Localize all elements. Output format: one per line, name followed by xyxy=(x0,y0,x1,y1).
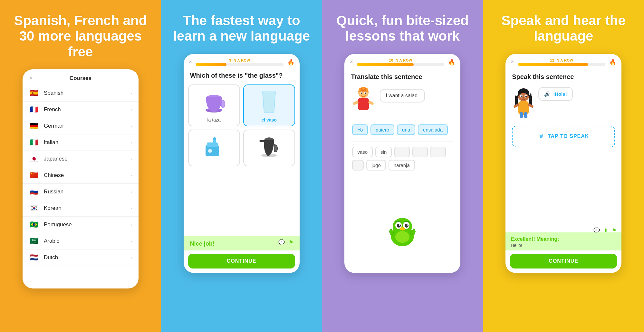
chevron-icon: › xyxy=(130,173,132,178)
course-flag: 🇸🇦 xyxy=(29,238,39,245)
feedback-icons: 💬 ⚑ xyxy=(278,239,293,245)
course-item[interactable]: 🇪🇸 Spanish › xyxy=(23,85,139,102)
chip-quiero[interactable]: quiero xyxy=(370,124,394,135)
course-item[interactable]: 🇰🇷 Korean › xyxy=(23,200,139,217)
selected-words-row: Yo quiero una ensalada xyxy=(351,124,454,135)
panel3-title: Quick, fun bite-sized lessons that work xyxy=(332,13,474,44)
course-item[interactable]: 🇯🇵 Japanese › xyxy=(23,151,139,167)
chat-icon[interactable]: 💬 xyxy=(278,239,285,245)
course-left: 🇫🇷 French xyxy=(29,106,61,113)
courses-header-title: Courses xyxy=(70,75,91,82)
tap-to-speak-button[interactable]: 🎙 TAP TO SPEAK xyxy=(512,126,615,147)
course-flag: 🇫🇷 xyxy=(29,106,39,113)
panel-fastest: The fastest way to learn a new language … xyxy=(161,0,322,332)
cup-image xyxy=(199,90,228,115)
course-name: Spanish xyxy=(44,90,63,96)
bank-chip-empty2 xyxy=(412,147,428,157)
course-item[interactable]: 🇧🇷 Portuguese › xyxy=(23,217,139,233)
hola-speech-bubble: 🔊 ¡Hola! xyxy=(538,87,573,101)
course-item[interactable]: 🇩🇪 German › xyxy=(23,118,139,134)
flag-icon-speak[interactable]: ⚑ xyxy=(612,227,616,233)
speak-question: Speak this sentence xyxy=(512,73,615,81)
course-item[interactable]: 🇨🇳 Chinese › xyxy=(23,167,139,184)
bank-chip-jugo[interactable]: jugo xyxy=(366,160,386,171)
chip-ensalada[interactable]: ensalada xyxy=(418,124,448,135)
coffee-image xyxy=(255,135,284,161)
quiz-feedback-bar: Nice job! 💬 ⚑ xyxy=(184,236,300,250)
quiz-option-glass[interactable]: el vaso xyxy=(243,84,295,126)
bank-chip-empty1 xyxy=(394,147,410,157)
course-item[interactable]: 🇸🇦 Arabic › xyxy=(23,233,139,249)
bank-chip-naranja[interactable]: naranja xyxy=(389,160,415,171)
course-flag: 🇯🇵 xyxy=(29,155,39,162)
svg-point-31 xyxy=(523,97,524,98)
speak-character-row: 🔊 ¡Hola! xyxy=(512,87,615,119)
panel3-phone: × 10 IN A ROW 🔥 Translate this sentence xyxy=(344,54,460,273)
chip-una[interactable]: una xyxy=(397,124,415,135)
panel-speak: Speak and hear the language × 12 IN A RO… xyxy=(483,0,644,332)
excellent-title: Excellent! Meaning: xyxy=(511,236,616,242)
bank-chip-empty4 xyxy=(352,160,364,171)
cup-svg xyxy=(201,90,227,114)
course-left: 🇰🇷 Korean xyxy=(29,205,62,212)
glass-label: el vaso xyxy=(261,117,276,122)
svg-rect-2 xyxy=(207,142,218,147)
flag-icon[interactable]: ⚑ xyxy=(289,239,293,245)
panel4-phone: × 12 IN A ROW 🔥 Speak this sentence xyxy=(505,54,621,273)
quiz-option-coffee[interactable] xyxy=(243,130,295,166)
course-left: 🇨🇳 Chinese xyxy=(29,172,64,179)
course-item[interactable]: 🇳🇱 Dutch › xyxy=(23,249,139,266)
sugar-svg xyxy=(201,135,227,160)
svg-point-14 xyxy=(365,93,366,94)
quiz-option-cup[interactable]: la taza xyxy=(188,84,240,126)
speak-top-bar: × 12 IN A ROW 🔥 xyxy=(505,54,621,69)
course-flag: 🇷🇺 xyxy=(29,188,39,195)
speak-flame-icon: 🔥 xyxy=(609,59,616,66)
speak-streak-label: 12 IN A ROW xyxy=(550,58,573,62)
quiz-close-icon[interactable]: × xyxy=(189,59,192,65)
progress-bar xyxy=(196,63,283,66)
bank-chip-empty3 xyxy=(430,147,446,157)
character-svg xyxy=(351,86,376,118)
course-left: 🇳🇱 Dutch xyxy=(29,254,58,261)
streak-flame-icon: 🔥 xyxy=(287,59,294,66)
divider xyxy=(351,142,454,142)
course-item[interactable]: 🇫🇷 French › xyxy=(23,102,139,118)
share-icon-speak[interactable]: ⬆ xyxy=(604,227,608,233)
course-item[interactable]: 🇮🇹 Italian › xyxy=(23,134,139,151)
continue-button-panel2[interactable]: CONTINUE xyxy=(188,254,295,269)
chip-yo[interactable]: Yo xyxy=(352,124,368,135)
speak-streak-bar: 12 IN A ROW xyxy=(518,58,605,66)
speech-bubble: I want a salad. xyxy=(380,89,425,103)
streak-bar: 3 IN A ROW xyxy=(196,58,283,66)
chevron-icon: › xyxy=(130,239,132,244)
translate-question: Translate this sentence xyxy=(351,73,454,81)
speak-close-icon[interactable]: × xyxy=(511,59,514,65)
continue-button-panel4[interactable]: CONTINUE xyxy=(510,254,617,269)
course-flag: 🇨🇳 xyxy=(29,172,39,179)
svg-point-10 xyxy=(366,88,368,91)
course-name: Japanese xyxy=(44,156,68,162)
panel2-title: The fastest way to learn a new language xyxy=(171,13,312,44)
bank-chip-vaso[interactable]: vaso xyxy=(352,147,373,157)
course-name: Portuguese xyxy=(44,221,72,228)
chat-icon-speak[interactable]: 💬 xyxy=(593,227,600,233)
course-left: 🇪🇸 Spanish xyxy=(29,90,63,97)
course-item[interactable]: 🇷🇺 Russian › xyxy=(23,184,139,200)
quiz-option-sugar[interactable] xyxy=(188,130,240,166)
courses-close-icon[interactable]: × xyxy=(29,75,33,82)
svg-point-3 xyxy=(208,149,212,153)
course-flag: 🇩🇪 xyxy=(29,122,39,130)
course-name: Italian xyxy=(44,139,58,146)
translate-close-icon[interactable]: × xyxy=(350,59,353,65)
bank-chip-sin[interactable]: sin xyxy=(375,147,392,157)
panel1-phone: × Courses 🇪🇸 Spanish › 🇫🇷 French › 🇩🇪 Ge… xyxy=(23,69,139,288)
course-left: 🇷🇺 Russian xyxy=(29,188,63,195)
svg-point-9 xyxy=(362,87,365,90)
quiz-options-grid: la taza el vaso xyxy=(184,84,300,166)
course-name: Chinese xyxy=(44,172,64,179)
translate-streak-bar: 10 IN A ROW xyxy=(357,58,444,66)
course-flag: 🇳🇱 xyxy=(29,254,39,261)
streak-label: 3 IN A ROW xyxy=(229,58,250,62)
coffee-svg xyxy=(256,135,282,160)
